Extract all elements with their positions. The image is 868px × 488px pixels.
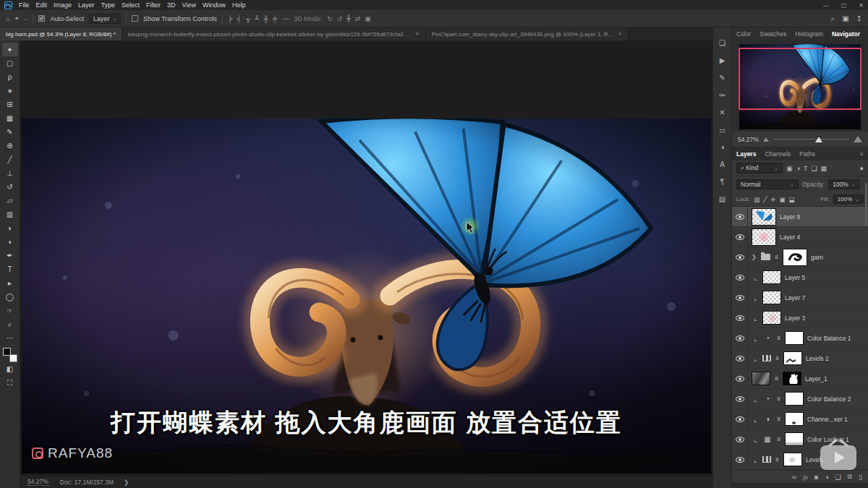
align-bottom-icon[interactable]: ╨ (255, 15, 259, 22)
navigator-view-box[interactable] (739, 48, 861, 110)
filter-shape-icon[interactable]: ❑ (811, 165, 817, 172)
mask-link-icon[interactable]: 8 (775, 456, 780, 463)
home-icon[interactable]: ⌂ (6, 15, 9, 22)
screen-mode-icon[interactable]: ⛶ (2, 376, 18, 390)
more-options-icon[interactable]: ⋯ (282, 15, 289, 22)
new-layer-icon[interactable]: ⧉ (848, 473, 852, 481)
layer-name[interactable]: Levels 2 (806, 355, 829, 362)
share-icon[interactable]: ↥ (856, 14, 862, 23)
layer-thumbnail[interactable] (762, 270, 781, 284)
layer-thumbnail[interactable] (752, 228, 776, 246)
layer-row-color-balance-2[interactable]: ⌞ ◔ 8 Color Balance 2 (732, 389, 868, 409)
brush-tool[interactable]: ╱ (2, 153, 18, 166)
add-adjustment-icon[interactable]: ◑ (825, 474, 828, 481)
doc-tab-butterfly[interactable]: kisspng-monarch-butterfly-insect-picsart… (122, 27, 426, 40)
edit-toolbar-icon[interactable]: ⋯ (2, 331, 18, 345)
blend-mode-dropdown[interactable]: Normal⌄ (736, 179, 799, 189)
tab-swatches[interactable]: Swatches (760, 30, 786, 38)
actions-panel-icon[interactable]: ▶ (720, 56, 726, 64)
layer-mask-thumbnail[interactable] (783, 351, 802, 365)
link-layers-icon[interactable]: ∞ (792, 474, 796, 481)
filter-smart-object-icon[interactable]: ▦ (821, 165, 827, 172)
filter-type-icon[interactable]: T (804, 165, 808, 172)
auto-select-checkbox[interactable]: ✓ (38, 15, 45, 22)
layer-name[interactable]: Layer 5 (785, 274, 805, 281)
tab-channels[interactable]: Channels (765, 150, 791, 158)
layer-mask-thumbnail[interactable] (785, 331, 804, 345)
mask-link-icon[interactable]: 8 (776, 335, 781, 341)
filter-kind-dropdown[interactable]: ⌕ Kind ⌄ (736, 163, 783, 174)
layer-name[interactable]: Layer_1 (805, 375, 827, 382)
layer-name[interactable]: Layer 4 (780, 234, 800, 241)
navigator-zoom-slider[interactable] (773, 139, 849, 140)
shape-tool[interactable]: ◯ (2, 290, 18, 304)
visibility-eye-icon[interactable] (736, 356, 744, 361)
3d-pan-icon[interactable]: ╋ (346, 15, 350, 22)
paragraph-panel-icon[interactable]: ¶ (720, 178, 724, 186)
close-button[interactable]: ✕ (859, 2, 864, 9)
type-tool[interactable]: T (2, 262, 18, 276)
filter-pixel-icon[interactable]: ▣ (786, 165, 793, 172)
tab-layers[interactable]: Layers (736, 150, 756, 158)
libraries-panel-icon[interactable]: ▤ (719, 195, 726, 203)
visibility-eye-icon[interactable] (736, 295, 744, 301)
marquee-tool[interactable]: ▢ (2, 56, 18, 70)
eraser-tool[interactable]: ▱ (2, 194, 18, 207)
tab-color[interactable]: Color (736, 30, 751, 38)
layer-mask-thumbnail[interactable] (783, 453, 802, 466)
3d-scale-icon[interactable]: ▣ (365, 15, 371, 22)
visibility-eye-icon[interactable] (736, 234, 744, 240)
lock-artboard-icon[interactable]: ▣ (779, 196, 785, 203)
app-icon[interactable]: Ps (4, 1, 12, 9)
visibility-eye-icon[interactable] (736, 457, 744, 463)
move-tool[interactable]: ⌖ (2, 43, 18, 56)
3d-rotate-icon[interactable]: ↻ (327, 15, 333, 22)
visibility-eye-icon[interactable] (736, 416, 744, 422)
layer-mask-thumbnail[interactable] (785, 392, 804, 406)
group-expand-icon[interactable]: ❯ (752, 254, 757, 260)
3d-roll-icon[interactable]: ↺ (337, 15, 343, 22)
lock-pixels-icon[interactable]: ╱ (763, 196, 767, 203)
clone-stamp-tool[interactable]: ⊥ (2, 166, 18, 180)
layer-row-color-balance-1[interactable]: ⌞ ◔ 8 Color Balance 1 (732, 328, 868, 348)
lock-position-icon[interactable]: ✛ (770, 196, 775, 203)
gradient-tool[interactable]: ▥ (2, 207, 18, 221)
pen-tool[interactable]: ✒ (2, 249, 18, 262)
character-panel-icon[interactable]: A (720, 160, 725, 168)
lock-all-icon[interactable]: ⬓ (788, 196, 794, 203)
mask-link-icon[interactable]: 8 (776, 436, 781, 442)
mask-link-icon[interactable]: 8 (776, 395, 781, 402)
move-tool-icon[interactable]: ⌖ (14, 14, 18, 22)
menu-select[interactable]: Select (122, 1, 140, 9)
add-mask-icon[interactable]: ◙ (814, 474, 818, 481)
quick-selection-tool[interactable]: ∗ (2, 84, 18, 98)
visibility-eye-icon[interactable] (736, 275, 744, 281)
opacity-field[interactable]: 100%⌄ (828, 179, 860, 189)
mask-link-icon[interactable]: 8 (774, 254, 779, 260)
info-panel-icon[interactable]: ✕ (719, 108, 725, 116)
frame-tool[interactable]: ▦ (2, 111, 18, 125)
minimize-button[interactable]: — (823, 2, 829, 9)
group-mask-thumbnail[interactable] (783, 249, 807, 266)
visibility-eye-icon[interactable] (736, 214, 744, 220)
tab-paths[interactable]: Paths (799, 150, 815, 158)
menu-file[interactable]: File (19, 1, 30, 9)
foreground-background-swatches[interactable] (3, 348, 17, 362)
dodge-tool[interactable]: ◖ (2, 235, 18, 249)
visibility-eye-icon[interactable] (736, 254, 744, 260)
layer-row-layer-3[interactable]: ⌞ Layer 3 (732, 308, 868, 328)
eyedropper-tool[interactable]: ✎ (2, 125, 18, 139)
layer-thumbnail[interactable] (752, 372, 770, 385)
menu-3d[interactable]: 3D (167, 1, 176, 9)
visibility-eye-icon[interactable] (736, 396, 744, 402)
properties-panel-icon[interactable]: ⚏ (719, 126, 726, 134)
menu-window[interactable]: Window (203, 1, 226, 9)
zoom-in-icon[interactable] (854, 136, 862, 142)
mask-link-icon[interactable]: 8 (774, 375, 779, 382)
history-brush-tool[interactable]: ↺ (2, 180, 18, 194)
filter-adjustment-icon[interactable]: ◑ (796, 165, 800, 172)
path-selection-tool[interactable]: ▸ (2, 276, 18, 290)
panel-menu-icon[interactable]: ≡ (860, 150, 864, 158)
visibility-eye-icon[interactable] (736, 315, 744, 321)
menu-edit[interactable]: Edit (36, 1, 48, 9)
